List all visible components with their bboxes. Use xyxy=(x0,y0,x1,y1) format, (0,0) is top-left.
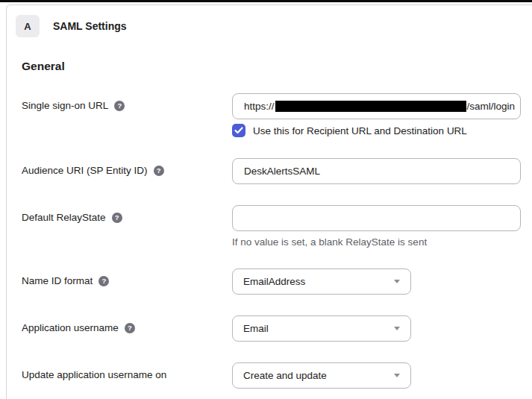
sso-url-prefix: https:// xyxy=(244,101,275,112)
row-single-sign-on-url: Single sign-on URL ? https:// /saml/logi… xyxy=(22,93,532,137)
name-id-format-select[interactable]: EmailAddress xyxy=(232,268,411,295)
help-icon[interactable]: ? xyxy=(125,323,135,333)
name-id-format-value: EmailAddress xyxy=(243,276,305,287)
update-app-username-label: Update application username on xyxy=(22,369,166,380)
row-update-app-username: Update application username on Create an… xyxy=(22,362,532,389)
relaystate-hint: If no value is set, a blank RelayState i… xyxy=(232,236,521,248)
field-label: Update application username on xyxy=(22,362,232,380)
recipient-url-checkbox-label: Use this for Recipient URL and Destinati… xyxy=(253,125,467,136)
audience-uri-input[interactable] xyxy=(232,158,521,184)
help-icon[interactable]: ? xyxy=(154,166,164,176)
application-username-select[interactable]: Email xyxy=(232,315,411,342)
panel-title: SAML Settings xyxy=(53,20,127,32)
saml-settings-panel: A SAML Settings General Single sign-on U… xyxy=(6,4,532,399)
sso-url-input[interactable]: https:// /saml/login xyxy=(232,93,521,119)
section-title-general: General xyxy=(22,60,532,73)
default-relaystate-input[interactable] xyxy=(232,205,521,231)
field-label: Single sign-on URL ? xyxy=(22,93,232,111)
check-icon xyxy=(234,127,243,134)
top-divider-bar xyxy=(0,0,532,2)
panel-header: A SAML Settings xyxy=(7,5,532,37)
caret-down-icon xyxy=(394,327,400,330)
caret-down-icon xyxy=(394,374,400,377)
field-label: Name ID format ? xyxy=(22,268,232,286)
help-icon[interactable]: ? xyxy=(98,276,109,286)
saml-settings-form: Single sign-on URL ? https:// /saml/logi… xyxy=(22,93,532,389)
application-username-value: Email xyxy=(243,323,269,334)
default-relaystate-label: Default RelayState xyxy=(22,212,106,223)
sso-url-suffix: /saml/login xyxy=(467,101,516,112)
application-username-label: Application username xyxy=(22,322,119,333)
recipient-url-checkbox-row: Use this for Recipient URL and Destinati… xyxy=(232,124,521,137)
row-name-id-format: Name ID format ? EmailAddress xyxy=(22,268,532,295)
name-id-format-label: Name ID format xyxy=(22,275,93,286)
single-sign-on-url-label: Single sign-on URL xyxy=(22,100,108,111)
recipient-url-checkbox[interactable] xyxy=(232,124,245,137)
section-badge: A xyxy=(16,15,40,37)
field-label: Audience URI (SP Entity ID) ? xyxy=(22,158,232,176)
row-audience-uri: Audience URI (SP Entity ID) ? xyxy=(22,158,532,184)
row-default-relaystate: Default RelayState ? If no value is set,… xyxy=(22,205,532,248)
field-label: Default RelayState ? xyxy=(22,205,232,223)
update-app-username-value: Create and update xyxy=(243,370,327,381)
help-icon[interactable]: ? xyxy=(112,213,122,223)
field-label: Application username ? xyxy=(22,315,232,333)
redaction-bar xyxy=(275,101,466,112)
update-app-username-select[interactable]: Create and update xyxy=(232,362,411,389)
caret-down-icon xyxy=(394,280,400,283)
help-icon[interactable]: ? xyxy=(114,101,125,111)
audience-uri-label: Audience URI (SP Entity ID) xyxy=(22,165,148,176)
row-application-username: Application username ? Email xyxy=(22,315,532,342)
